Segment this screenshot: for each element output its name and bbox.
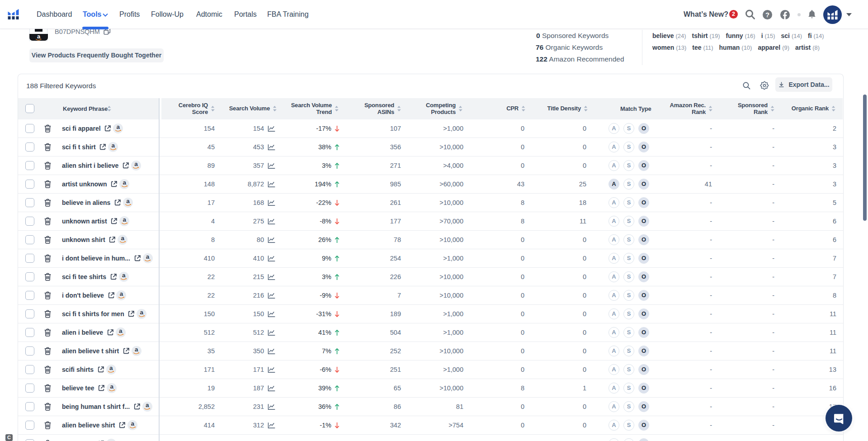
svg-text:?: ? [765, 11, 769, 19]
